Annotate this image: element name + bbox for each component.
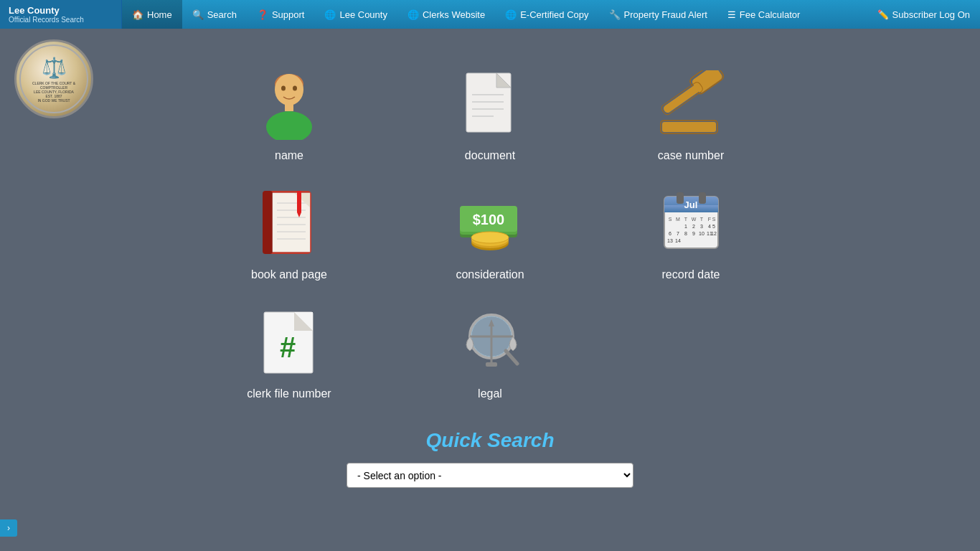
gavel-icon-container xyxy=(651,65,730,143)
calendar-icon-container: Jul S M T W T F xyxy=(651,184,730,263)
name-label: name xyxy=(275,149,303,162)
svg-point-3 xyxy=(266,111,312,140)
e-certified-icon: 🌐 xyxy=(505,9,517,20)
legal-label: legal xyxy=(478,387,502,400)
search-item-legal[interactable]: legal xyxy=(411,296,569,408)
subscriber-login[interactable]: ✏️ Subscriber Log On xyxy=(867,0,980,29)
nav-brand: Lee County Official Records Search xyxy=(0,0,122,29)
nav-item-e-certified-label: E-Certified Copy xyxy=(520,9,588,20)
book-icon-container xyxy=(250,184,329,263)
book-page-label: book and page xyxy=(251,268,327,281)
svg-rect-76 xyxy=(486,362,497,367)
svg-rect-2 xyxy=(285,104,293,111)
svg-point-1 xyxy=(275,74,303,105)
svg-text:13: 13 xyxy=(667,238,673,243)
nav-item-clerks-label: Clerks Website xyxy=(423,9,485,20)
svg-rect-15 xyxy=(662,83,702,113)
main-content: ⚖️ CLERK OF THE COURT & COMPTROLLERLEE C… xyxy=(0,29,980,502)
clerk-file-icon-container: # xyxy=(250,303,329,382)
home-icon: 🏠 xyxy=(132,9,143,20)
svg-text:7: 7 xyxy=(677,231,679,236)
money-icon-container: $100 xyxy=(451,184,529,263)
legal-icon xyxy=(454,306,526,378)
logo-inner: ⚖️ CLERK OF THE COURT & COMPTROLLERLEE C… xyxy=(19,44,88,113)
consideration-label: consideration xyxy=(456,268,524,281)
search-item-book-page[interactable]: book and page xyxy=(210,176,368,288)
nav-item-search[interactable]: 🔍 Search xyxy=(182,0,247,29)
svg-text:F: F xyxy=(707,217,710,222)
logo-text: CLERK OF THE COURT & COMPTROLLERLEE COUN… xyxy=(21,81,87,103)
gavel-icon xyxy=(655,70,727,138)
property-fraud-icon: 🔧 xyxy=(609,9,621,20)
nav-item-fraud-label: Property Fraud Alert xyxy=(624,9,707,20)
record-date-label: record date xyxy=(662,268,720,281)
nav-item-home[interactable]: 🏠 Home xyxy=(122,0,182,29)
svg-text:1: 1 xyxy=(684,224,687,229)
search-grid: name documen xyxy=(210,57,770,408)
svg-text:2: 2 xyxy=(692,224,695,229)
logo-container: ⚖️ CLERK OF THE COURT & COMPTROLLERLEE C… xyxy=(14,39,93,118)
svg-point-38 xyxy=(471,232,509,243)
document-label: document xyxy=(465,149,515,162)
nav-item-property-fraud[interactable]: 🔧 Property Fraud Alert xyxy=(599,0,717,29)
search-item-name[interactable]: name xyxy=(210,57,368,169)
svg-text:Jul: Jul xyxy=(684,199,697,210)
svg-text:5: 5 xyxy=(712,224,715,229)
search-item-clerk-file-number[interactable]: # clerk file number xyxy=(210,296,368,408)
svg-text:6: 6 xyxy=(669,231,672,236)
nav-item-lee-county[interactable]: 🌐 Lee County xyxy=(314,0,397,29)
panel-toggle-icon: › xyxy=(7,523,10,533)
legal-icon-container xyxy=(451,303,529,382)
svg-text:M: M xyxy=(676,217,680,222)
nav-item-e-certified[interactable]: 🌐 E-Certified Copy xyxy=(495,0,598,29)
lee-county-icon: 🌐 xyxy=(324,9,336,20)
fee-calc-icon: ☰ xyxy=(727,9,736,20)
quick-search-title: Quick Search xyxy=(426,429,555,452)
search-item-consideration[interactable]: $100 consideration xyxy=(411,176,569,288)
clerk-file-icon: # xyxy=(260,309,318,377)
nav-item-support[interactable]: ❓ Support xyxy=(247,0,315,29)
quick-search-section: Quick Search - Select an option - Name D… xyxy=(14,429,966,488)
money-icon: $100 xyxy=(454,187,526,259)
svg-text:T: T xyxy=(699,217,703,222)
clerks-website-icon: 🌐 xyxy=(407,9,419,20)
svg-point-4 xyxy=(281,86,286,91)
svg-rect-43 xyxy=(677,192,684,204)
nav-item-lee-county-label: Lee County xyxy=(339,9,387,20)
search-icon: 🔍 xyxy=(192,9,204,20)
nav-item-support-label: Support xyxy=(272,9,305,20)
nav-item-search-label: Search xyxy=(207,9,237,20)
svg-text:9: 9 xyxy=(692,231,695,236)
svg-text:14: 14 xyxy=(675,238,681,243)
name-icon xyxy=(257,68,321,140)
case-number-label: case number xyxy=(658,149,725,162)
nav-item-home-label: Home xyxy=(147,9,172,20)
search-item-document[interactable]: document xyxy=(411,57,569,169)
nav-items: 🏠 Home 🔍 Search ❓ Support 🌐 Lee County 🌐… xyxy=(122,0,810,29)
svg-line-75 xyxy=(506,351,517,364)
book-icon xyxy=(257,187,321,259)
support-icon: ❓ xyxy=(257,9,268,20)
svg-rect-20 xyxy=(263,191,273,254)
calendar-icon: Jul S M T W T F xyxy=(661,191,722,255)
svg-text:10: 10 xyxy=(699,231,705,236)
nav-item-clerks-website[interactable]: 🌐 Clerks Website xyxy=(397,0,495,29)
brand-subtitle: Official Records Search xyxy=(9,16,113,24)
svg-text:S: S xyxy=(712,217,715,222)
svg-rect-17 xyxy=(662,122,716,132)
svg-text:3: 3 xyxy=(700,224,703,229)
nav-item-fee-calculator[interactable]: ☰ Fee Calculator xyxy=(717,0,811,29)
clerk-file-number-label: clerk file number xyxy=(247,387,331,400)
svg-rect-44 xyxy=(699,192,706,204)
document-icon xyxy=(465,72,515,136)
svg-text:T: T xyxy=(684,217,687,222)
svg-text:#: # xyxy=(280,331,296,363)
navbar: Lee County Official Records Search 🏠 Hom… xyxy=(0,0,980,29)
quick-search-select[interactable]: - Select an option - Name Document Case … xyxy=(347,463,633,488)
search-item-case-number[interactable]: case number xyxy=(612,57,770,169)
document-icon-container xyxy=(451,65,529,143)
subscriber-label: Subscriber Log On xyxy=(892,9,970,20)
search-item-record-date[interactable]: Jul S M T W T F xyxy=(612,176,770,288)
panel-toggle-button[interactable]: › xyxy=(0,519,17,537)
svg-text:4: 4 xyxy=(708,224,711,229)
